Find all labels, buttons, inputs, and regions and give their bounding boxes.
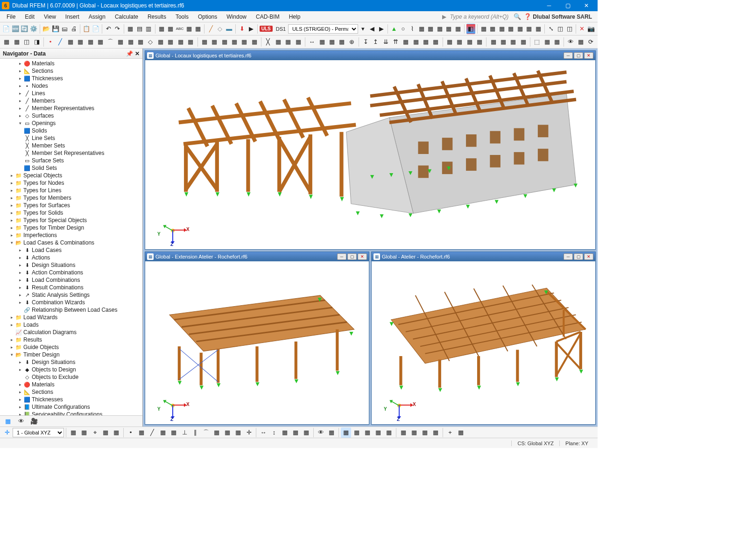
vp-close-icon[interactable]: ✕ [358,253,367,260]
s37-icon[interactable]: ▦ [411,37,420,47]
s18-icon[interactable]: ▦ [210,37,219,47]
s22-icon[interactable]: ▦ [250,37,259,47]
t12-icon[interactable]: ▦ [507,24,515,34]
tree-item[interactable]: ▸📁Types for Special Objects [0,217,142,224]
tree-item[interactable]: ◇Objects to Exclude [0,373,142,381]
menu-options[interactable]: Options [193,12,222,21]
vp-max-icon[interactable]: ▢ [574,52,583,59]
camera-icon[interactable]: 📷 [587,24,596,34]
b21-icon[interactable]: ▦ [301,427,311,438]
coord-icon[interactable]: ✛ [2,427,12,438]
b2-icon[interactable]: ▦ [79,427,89,438]
vp-max-icon[interactable]: ▢ [574,253,583,260]
tree-item[interactable]: 🔗Relationship Between Load Cases [0,306,142,314]
vp-close-icon[interactable]: ✕ [584,253,593,260]
s17-icon[interactable]: ▦ [199,37,209,47]
s6-icon[interactable]: ▦ [76,37,85,47]
close-button[interactable]: ✕ [577,0,596,11]
s46-icon[interactable]: ▦ [508,37,518,47]
copy-icon[interactable]: 📋 [82,24,91,34]
tree-item[interactable]: ▭Surface Sets [0,157,142,164]
b22-icon[interactable]: 👁 [316,427,326,438]
results-icon[interactable]: ◧ [466,24,475,34]
tree-item[interactable]: ▸📐Sections [0,67,142,75]
s14-icon[interactable]: ▦ [166,37,175,47]
coord-system-select[interactable]: 1 - Global XYZ [13,428,64,437]
grid3-icon[interactable]: ▥ [144,24,153,34]
print-icon[interactable]: 🖨 [70,24,78,34]
chevron-down-icon[interactable]: ▾ [359,24,367,34]
maximize-button[interactable]: ▢ [558,0,577,11]
tree-item[interactable]: ▸⬇Combination Wizards [0,299,142,306]
s1-icon[interactable]: ▦ [2,37,11,47]
s25-icon[interactable]: ▦ [283,37,293,47]
b24-icon[interactable]: ▦ [341,427,351,438]
tree-item[interactable]: 🟦Solid Sets [0,164,142,172]
vp-min-icon[interactable]: ─ [564,253,573,260]
tree-item[interactable]: ╳Member Sets [0,142,142,149]
menu-view[interactable]: View [39,12,61,21]
s29-icon[interactable]: ▦ [327,37,337,47]
tree-item[interactable]: ▸╱Lines [0,90,142,97]
b29-icon[interactable]: ▦ [398,427,409,438]
nav-tab-eye-icon[interactable]: 👁 [16,416,26,427]
gears-icon[interactable]: ⚙️ [29,24,38,34]
tree-item[interactable]: ▸📁Loads [0,321,142,329]
tree-item[interactable]: ▸📁Types for Surfaces [0,202,142,209]
t14-icon[interactable]: ▦ [525,24,534,34]
s31-icon[interactable]: ⊕ [347,37,357,47]
tree-item[interactable]: ▸📁Types for Nodes [0,179,142,187]
tree-item[interactable]: ▸⬇Result Combinations [0,284,142,291]
s40-icon[interactable]: ▦ [445,37,454,47]
refresh-icon[interactable]: 🔄 [20,24,29,34]
tree-item[interactable]: ▸⬇Load Cases [0,246,142,254]
tree-item[interactable]: ▸╱Member Representatives [0,105,142,112]
viewport-bl-titlebar[interactable]: ▦ Global - Extension Atelier - Rochefort… [145,252,369,261]
open-icon[interactable]: 📂 [42,24,51,34]
tree-item[interactable]: ▸⬇Load Combinations [0,276,142,284]
keyword-search[interactable]: Type a keyword (Alt+Q) [446,14,512,20]
tool-c-icon[interactable]: ▦ [184,24,193,34]
navigator-tree[interactable]: ▸🔴Materials▸📐Sections▸🟦Thicknesses▸•Node… [0,59,142,415]
cube-icon[interactable]: ◫ [556,24,565,34]
b23-icon[interactable]: ▦ [326,427,337,438]
b9-icon[interactable]: ▦ [169,427,179,438]
tree-item[interactable]: ▸🔴Materials [0,381,142,388]
tree-item[interactable]: ▸◆Objects to Design [0,366,142,373]
save-icon[interactable]: 💾 [51,24,60,34]
refresh2-icon[interactable]: ⟳ [586,37,595,47]
snap-icon[interactable]: ⌖ [90,427,100,438]
tree-item[interactable]: ▸📁Special Objects [0,172,142,179]
b18-icon[interactable]: ↕ [269,427,279,438]
vp-max-icon[interactable]: ▢ [347,253,357,260]
hinge-icon[interactable]: ○ [399,24,408,34]
grid-icon[interactable]: ▦ [126,24,135,34]
layers-icon[interactable]: ▦ [479,24,488,34]
s10-icon[interactable]: ▦ [126,37,135,47]
t8-icon[interactable]: ▦ [444,24,453,34]
menu-tools[interactable]: Tools [171,12,193,21]
solid-icon[interactable]: ▬ [225,24,233,34]
vp-close-icon[interactable]: ✕ [584,52,593,59]
tree-item[interactable]: ▸📐Sections [0,388,142,396]
s35-icon[interactable]: ⇈ [391,37,400,47]
b26-icon[interactable]: ▦ [362,427,373,438]
tree-item[interactable]: ▸📁Guide Objects [0,343,142,351]
nav-tab-video-icon[interactable]: 🎥 [29,416,39,427]
tree-item[interactable]: ▾📂Load Cases & Combinations [0,239,142,246]
s33-icon[interactable]: ↥ [371,37,380,47]
menu-results[interactable]: Results [143,12,171,21]
s11-icon[interactable]: ▦ [136,37,145,47]
s4-icon[interactable]: ◨ [32,37,41,47]
s24-icon[interactable]: ▦ [274,37,283,47]
load-combo-select[interactable]: ULS (STR/GEO) - Permane... [288,24,358,34]
tree-item[interactable]: ▸📁Imperfections [0,231,142,239]
b17-icon[interactable]: ↔ [258,427,268,438]
tree-item[interactable]: ▸📁Load Wizards [0,314,142,321]
s32-icon[interactable]: ↧ [361,37,370,47]
s15-icon[interactable]: ▦ [176,37,185,47]
b15-icon[interactable]: ▦ [233,427,243,438]
tool-d-icon[interactable]: ▦ [194,24,203,34]
viewport-main-titlebar[interactable]: ▦ Global - Locaux logistiques et tertiai… [145,51,595,60]
node-icon[interactable]: • [46,37,55,47]
